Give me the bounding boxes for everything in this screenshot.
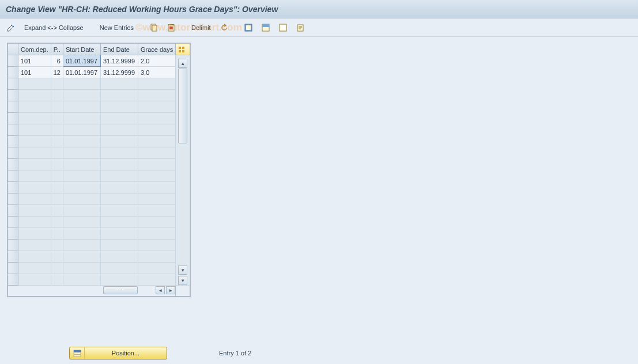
table-row-empty[interactable]: [8, 251, 190, 263]
table-row-empty[interactable]: [8, 136, 190, 147]
empty-cell[interactable]: [51, 194, 63, 205]
empty-cell[interactable]: [100, 78, 138, 90]
empty-cell[interactable]: [18, 205, 51, 217]
empty-cell[interactable]: [18, 136, 51, 147]
row-selector[interactable]: [8, 90, 18, 101]
empty-cell[interactable]: [18, 101, 51, 113]
empty-cell[interactable]: [51, 274, 63, 286]
scroll-down-icon-2[interactable]: ▼: [178, 276, 187, 285]
cell-start-date[interactable]: 01.01.1997: [63, 67, 100, 78]
empty-cell[interactable]: [51, 228, 63, 240]
empty-cell[interactable]: [51, 182, 63, 194]
table-row-empty[interactable]: [8, 205, 190, 217]
empty-cell[interactable]: [100, 159, 138, 170]
empty-cell[interactable]: [100, 274, 138, 286]
row-selector[interactable]: [8, 170, 18, 182]
empty-cell[interactable]: [100, 217, 138, 228]
delete-icon[interactable]: [165, 21, 178, 34]
empty-cell[interactable]: [63, 113, 100, 124]
col-start-date[interactable]: Start Date: [63, 44, 100, 55]
empty-cell[interactable]: [51, 263, 63, 274]
empty-cell[interactable]: [51, 78, 63, 90]
empty-cell[interactable]: [63, 136, 100, 147]
new-entries-button[interactable]: New Entries: [97, 23, 136, 32]
table-row-empty[interactable]: [8, 217, 190, 228]
col-p[interactable]: P..: [51, 44, 63, 55]
empty-cell[interactable]: [51, 124, 63, 136]
empty-cell[interactable]: [18, 263, 51, 274]
empty-cell[interactable]: [51, 240, 63, 251]
col-end-date[interactable]: End Date: [100, 44, 138, 55]
vertical-scrollbar[interactable]: ▲ ▼ ▼: [176, 55, 190, 286]
cell-end-date[interactable]: 31.12.9999: [100, 67, 138, 78]
empty-cell[interactable]: [138, 124, 175, 136]
table-row-empty[interactable]: [8, 170, 190, 182]
empty-cell[interactable]: [63, 124, 100, 136]
print-icon[interactable]: [294, 21, 307, 34]
table-row-empty[interactable]: [8, 78, 190, 90]
empty-cell[interactable]: [138, 101, 175, 113]
empty-cell[interactable]: [18, 240, 51, 251]
empty-cell[interactable]: [51, 113, 63, 124]
empty-cell[interactable]: [63, 205, 100, 217]
empty-cell[interactable]: [138, 274, 175, 286]
position-button[interactable]: Position...: [69, 347, 167, 359]
empty-cell[interactable]: [100, 124, 138, 136]
empty-cell[interactable]: [138, 78, 175, 90]
empty-cell[interactable]: [18, 159, 51, 170]
empty-cell[interactable]: [51, 217, 63, 228]
cell-end-date[interactable]: 31.12.9999: [100, 55, 138, 67]
empty-cell[interactable]: [138, 147, 175, 159]
empty-cell[interactable]: [51, 136, 63, 147]
empty-cell[interactable]: [51, 251, 63, 263]
empty-cell[interactable]: [138, 263, 175, 274]
empty-cell[interactable]: [63, 147, 100, 159]
empty-cell[interactable]: [51, 159, 63, 170]
empty-cell[interactable]: [63, 101, 100, 113]
vscroll-thumb[interactable]: [178, 69, 187, 143]
empty-cell[interactable]: [138, 194, 175, 205]
hscroll-thumb[interactable]: ⋯: [103, 286, 138, 294]
empty-cell[interactable]: [18, 147, 51, 159]
table-row[interactable]: 101 6 01.01.1997 31.12.9999 2,0 ▲ ▼ ▼: [8, 55, 190, 67]
empty-cell[interactable]: [100, 136, 138, 147]
row-selector[interactable]: [8, 55, 18, 67]
empty-cell[interactable]: [51, 90, 63, 101]
empty-cell[interactable]: [100, 90, 138, 101]
empty-cell[interactable]: [63, 78, 100, 90]
table-row-empty[interactable]: [8, 194, 190, 205]
empty-cell[interactable]: [100, 101, 138, 113]
undo-change-icon[interactable]: [218, 21, 231, 34]
copy-as-icon[interactable]: [148, 21, 160, 34]
row-selector[interactable]: [8, 147, 18, 159]
empty-cell[interactable]: [100, 194, 138, 205]
empty-cell[interactable]: [63, 159, 100, 170]
empty-cell[interactable]: [63, 182, 100, 194]
scroll-left-icon[interactable]: ◄: [156, 286, 165, 294]
expand-collapse-button[interactable]: Expand <-> Collapse: [22, 23, 86, 32]
empty-cell[interactable]: [100, 182, 138, 194]
row-selector[interactable]: [8, 182, 18, 194]
select-all-icon[interactable]: [242, 21, 255, 34]
empty-cell[interactable]: [18, 274, 51, 286]
row-selector[interactable]: [8, 124, 18, 136]
table-row-empty[interactable]: [8, 182, 190, 194]
table-row-empty[interactable]: [8, 124, 190, 136]
row-selector[interactable]: [8, 263, 18, 274]
cell-p[interactable]: 12: [51, 67, 63, 78]
table-row-empty[interactable]: [8, 113, 190, 124]
empty-cell[interactable]: [63, 194, 100, 205]
scroll-up-icon[interactable]: ▲: [178, 59, 187, 68]
empty-cell[interactable]: [100, 228, 138, 240]
row-selector[interactable]: [8, 113, 18, 124]
scroll-right-icon[interactable]: ►: [166, 286, 175, 294]
cell-start-date[interactable]: 01.01.1997: [63, 55, 100, 67]
empty-cell[interactable]: [138, 113, 175, 124]
table-row-empty[interactable]: [8, 274, 190, 286]
empty-cell[interactable]: [63, 228, 100, 240]
row-selector[interactable]: [8, 274, 18, 286]
empty-cell[interactable]: [63, 263, 100, 274]
empty-cell[interactable]: [100, 263, 138, 274]
row-selector[interactable]: [8, 205, 18, 217]
empty-cell[interactable]: [100, 170, 138, 182]
